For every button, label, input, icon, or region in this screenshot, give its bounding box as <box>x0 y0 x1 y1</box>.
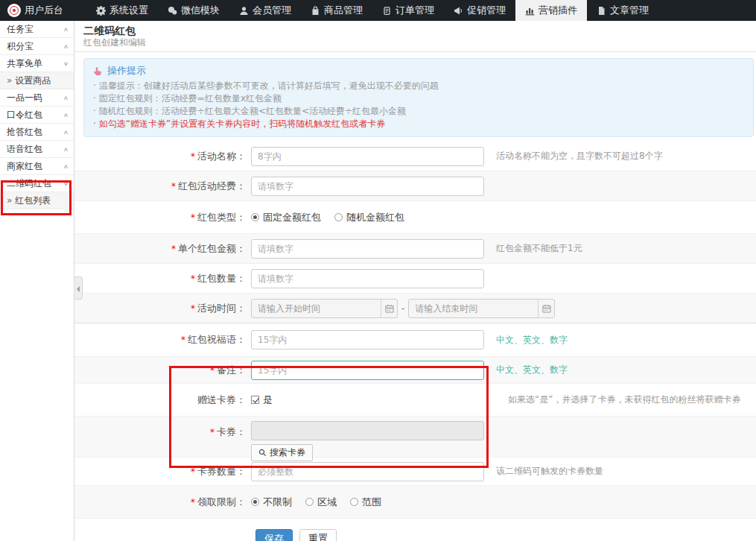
nav-item-label: 会员管理 <box>252 4 291 17</box>
search-card-button[interactable]: 搜索卡券 <box>251 444 313 461</box>
form-row-claim-limit: *领取限制： 不限制 区域 范围 <box>74 486 756 519</box>
sub-item-arrow-icon: » <box>7 75 12 86</box>
form-row-activity-time: *活动时间： - <box>74 294 756 323</box>
budget-input[interactable] <box>251 177 484 196</box>
checkbox-label: 是 <box>263 393 273 407</box>
required-mark: * <box>191 151 195 162</box>
form-row-remark: *备注： 中文、英文、数字 <box>74 357 756 384</box>
sidebar-item-label: 红包列表 <box>15 194 51 207</box>
required-mark: * <box>210 365 215 376</box>
wechat-icon <box>168 6 177 16</box>
sidebar-item-one-item-one-code[interactable]: 一品一码 ∧ <box>0 89 74 107</box>
end-time-input[interactable] <box>409 303 538 314</box>
save-button[interactable]: 保存 <box>255 529 293 541</box>
top-navbar: 用户后台 系统设置 微信模块 会员管理 商品管理 订单管理 促销管理 营销插件 … <box>0 0 756 21</box>
radio-range[interactable]: 范围 <box>350 496 381 509</box>
field-hint: 活动名称不能为空，且字数不可超过8个字 <box>496 150 663 162</box>
form-row-budget: *红包活动经费： <box>74 171 756 201</box>
gift-card-checkbox[interactable] <box>251 396 259 404</box>
field-label: 活动名称： <box>197 151 246 162</box>
chevron-up-icon: ∧ <box>63 43 69 50</box>
field-label: 领取限制： <box>197 496 246 507</box>
card-input <box>251 421 484 440</box>
nav-item-user-backend[interactable]: 用户后台 <box>0 0 73 21</box>
sidebar-item-label: 积分宝 <box>7 40 34 53</box>
sidebar-item-label: 语音红包 <box>7 143 42 156</box>
blessing-input[interactable] <box>251 330 484 349</box>
tips-line: ·随机红包规则：活动经费÷红包最大金额<红包数量<活动经费÷红包最小金额 <box>93 105 744 118</box>
sidebar-item-shared-free-order[interactable]: 共享免单 ∨ <box>0 55 74 72</box>
main-content: 二维码红包 红包创建和编辑 操作提示 ·温馨提示：创建好活动后某些参数不可更改，… <box>74 21 756 541</box>
chart-icon <box>525 6 535 16</box>
sidebar-item-task-treasure[interactable]: 任务宝 ∧ <box>0 21 74 38</box>
chevron-down-icon: ∨ <box>63 180 69 187</box>
quantity-input[interactable] <box>251 269 484 288</box>
gear-icon <box>96 6 106 16</box>
tips-title-row: 操作提示 <box>93 64 744 77</box>
field-label: 卡券： <box>217 426 246 437</box>
field-label: 红包祝福语： <box>188 334 246 345</box>
required-mark: * <box>191 466 195 477</box>
nav-item-product-management[interactable]: 商品管理 <box>301 0 372 21</box>
form-row-card: *卡券： 搜索卡券 <box>74 417 756 458</box>
sidebar-item-set-product[interactable]: » 设置商品 <box>0 72 74 89</box>
operation-tips-panel: 操作提示 ·温馨提示：创建好活动后某些参数不可更改，请计算好后填写，避免出现不必… <box>83 58 754 137</box>
field-label: 红包类型： <box>197 212 246 223</box>
sidebar-item-label: 任务宝 <box>7 23 34 36</box>
chevron-down-icon: ∨ <box>63 60 69 67</box>
megaphone-icon <box>454 6 463 16</box>
nav-item-order-management[interactable]: 订单管理 <box>372 0 444 21</box>
radio-region[interactable]: 区域 <box>305 496 337 509</box>
sidebar-item-points-treasure[interactable]: 积分宝 ∧ <box>0 38 74 55</box>
field-label: 单个红包金额： <box>178 243 246 254</box>
required-mark: * <box>191 273 195 284</box>
nav-item-member-management[interactable]: 会员管理 <box>229 0 301 21</box>
hand-pointer-icon <box>93 66 103 76</box>
start-time-field <box>251 299 398 318</box>
sidebar-item-merchant-redpacket[interactable]: 商家红包 ∧ <box>0 158 74 175</box>
reset-button[interactable]: 重置 <box>299 529 337 541</box>
chevron-up-icon: ∧ <box>63 26 69 33</box>
chevron-up-icon: ∧ <box>63 95 69 101</box>
sidebar-item-quiz-redpacket[interactable]: 抢答红包 ∧ <box>0 124 74 141</box>
nav-item-system-settings[interactable]: 系统设置 <box>86 0 158 21</box>
nav-item-label: 微信模块 <box>181 4 220 17</box>
required-mark: * <box>191 212 195 223</box>
calendar-icon[interactable] <box>538 300 554 317</box>
page-header: 二维码红包 红包创建和编辑 <box>74 21 756 52</box>
sidebar-item-redpacket-list[interactable]: » 红包列表 <box>0 192 74 209</box>
start-time-input[interactable] <box>252 303 381 314</box>
date-range-separator: - <box>401 303 404 314</box>
sidebar-item-password-redpacket[interactable]: 口令红包 ∧ <box>0 107 74 124</box>
radio-icon <box>251 213 259 221</box>
field-hint: 中文、英文、数字 <box>496 364 568 376</box>
required-mark: * <box>210 427 215 437</box>
required-mark: * <box>191 303 195 314</box>
field-label: 备注： <box>217 364 246 376</box>
required-mark: * <box>191 497 195 507</box>
card-quantity-input[interactable] <box>251 462 484 481</box>
nav-item-label: 促销管理 <box>467 4 506 17</box>
sidebar-item-label: 设置商品 <box>15 75 51 87</box>
radio-fixed-amount[interactable]: 固定金额红包 <box>251 211 321 224</box>
nav-item-article-management[interactable]: 文章管理 <box>587 0 658 21</box>
nav-item-promotion-management[interactable]: 促销管理 <box>444 0 515 21</box>
remark-input[interactable] <box>251 361 484 380</box>
field-hint: 中文、英文、数字 <box>496 334 568 347</box>
single-amount-input[interactable] <box>251 239 484 259</box>
form-row-single-amount: *单个红包金额： 红包金额不能低于1元 <box>74 234 756 264</box>
nav-item-marketing-plugins[interactable]: 营销插件 <box>515 0 587 21</box>
field-label: 卡券数量： <box>197 466 246 477</box>
nav-item-wechat-module[interactable]: 微信模块 <box>158 0 229 21</box>
calendar-icon[interactable] <box>381 300 397 317</box>
sidebar-collapse-handle[interactable] <box>74 276 83 300</box>
sidebar-item-qrcode-redpacket[interactable]: 二维码红包 ∨ <box>0 175 74 192</box>
order-list-icon <box>382 6 392 16</box>
field-hint: 该二维码可触发的卡券数量 <box>496 465 603 478</box>
bag-icon <box>311 6 320 16</box>
sidebar-item-voice-redpacket[interactable]: 语音红包 ∧ <box>0 141 74 158</box>
radio-icon <box>334 213 343 221</box>
activity-name-input[interactable] <box>251 147 484 166</box>
radio-random-amount[interactable]: 随机金额红包 <box>334 211 404 224</box>
radio-no-limit[interactable]: 不限制 <box>251 496 292 509</box>
